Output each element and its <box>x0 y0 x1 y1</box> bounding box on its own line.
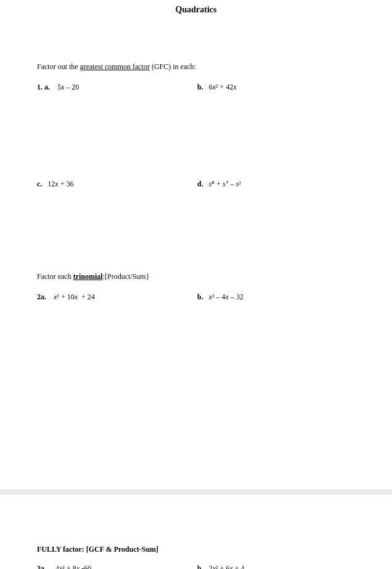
problem-label: b. <box>197 83 203 91</box>
problem-1b: b. 6x² + 42x <box>197 82 355 93</box>
problem-expression: x² + 10x + 24 <box>54 293 95 301</box>
instruction-underline: greatest common factor <box>80 62 150 71</box>
problem-label: b. <box>197 293 203 301</box>
instruction-text-post: :[Product/Sum} <box>103 272 150 281</box>
problem-label: b. <box>197 564 203 569</box>
section-gcf: Factor out the greatest common factor (G… <box>37 62 355 189</box>
problem-1d: d. s⁴ + s⁷ – s² <box>197 179 355 189</box>
problem-expression: 2x² + 6x + 4 <box>209 564 245 569</box>
problem-2b: b. x² – 4x – 32 <box>197 292 355 302</box>
gcf-instruction: Factor out the greatest common factor (G… <box>37 62 355 72</box>
problem-1a: 1. a. 5x – 20 <box>37 82 197 93</box>
problem-expression: x² – 4x – 32 <box>209 293 243 301</box>
problem-2a: 2a. x² + 10x + 24 <box>37 292 197 302</box>
instruction-text: Factor out the <box>37 62 80 71</box>
worksheet-page: Quadratics Factor out the greatest commo… <box>0 0 392 569</box>
trinomial-instruction: Factor each trinomial:[Product/Sum} <box>37 272 355 282</box>
fully-factor-instruction: FULLY factor: [GCF & Product-Sum] <box>37 544 355 555</box>
problem-expression: 5x – 20 <box>57 83 79 91</box>
problem-label: d. <box>197 180 203 188</box>
problem-3a: 3a.. 4x² + 8x -60 <box>37 563 197 569</box>
problem-1c: c. 12x + 36 <box>37 179 197 189</box>
instruction-text: Factor each <box>37 272 73 281</box>
section-fully-factor: FULLY factor: [GCF & Product-Sum] 3a.. 4… <box>37 544 355 569</box>
page-title: Quadratics <box>0 5 392 15</box>
instruction-underline: trinomial <box>73 272 103 281</box>
problem-3b: b. 2x² + 6x + 4 <box>197 563 355 569</box>
problem-label: 1. a. <box>37 83 50 91</box>
instruction-text-post: (GFC) in each: <box>150 62 196 71</box>
problem-expression: 6x² + 42x <box>209 83 237 91</box>
problem-label: 3a.. <box>37 564 48 569</box>
problem-label: 2a. <box>37 293 46 301</box>
page-break <box>0 489 392 494</box>
problem-expression: 12x + 36 <box>47 180 73 188</box>
section-trinomial: Factor each trinomial:[Product/Sum} 2a. … <box>37 272 355 302</box>
problem-expression: s⁴ + s⁷ – s² <box>209 180 241 188</box>
problem-label: c. <box>37 180 42 188</box>
problem-expression: 4x² + 8x -60 <box>55 564 91 569</box>
